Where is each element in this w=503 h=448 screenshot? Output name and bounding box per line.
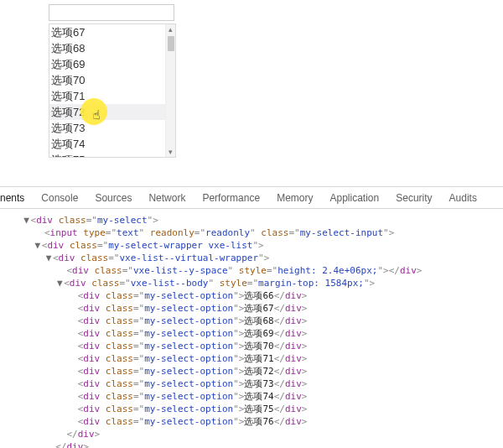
scrollbar-track[interactable]: ▴ ▾ <box>165 24 175 157</box>
dom-line[interactable]: ▼<div class="my-select"> <box>0 214 503 227</box>
app-top-region: 选项67选项68选项69选项70选项71选项72选项73选项74选项75 ▴ ▾… <box>0 0 503 186</box>
scroll-up-arrow-icon[interactable]: ▴ <box>166 24 175 34</box>
select-option[interactable]: 选项69 <box>49 56 175 72</box>
dropdown-list: 选项67选项68选项69选项70选项71选项72选项73选项74选项75 <box>49 24 175 157</box>
dom-line[interactable]: <div class="my-select-option">选项66</div> <box>0 289 503 302</box>
dom-line[interactable]: ▼<div class="vxe-list--virtual-wrapper"> <box>0 252 503 264</box>
devtools-tab-application[interactable]: Application <box>321 187 387 208</box>
devtools-tab-security[interactable]: Security <box>387 187 440 208</box>
devtools-tab-sources[interactable]: Sources <box>86 187 140 208</box>
dom-line[interactable]: <div class="my-select-option">选项71</div> <box>0 352 503 365</box>
select-option[interactable]: 选项67 <box>49 24 175 40</box>
select-option[interactable]: 选项72 <box>49 104 175 120</box>
select-option[interactable]: 选项71 <box>49 88 175 104</box>
select-option[interactable]: 选项68 <box>49 40 175 56</box>
dom-line[interactable]: <div class="vxe-list--y-space" style="he… <box>0 264 503 277</box>
dom-line[interactable]: <div class="my-select-option">选项76</div> <box>0 415 503 428</box>
scrollbar-thumb[interactable] <box>168 36 174 51</box>
devtools-tab-memory[interactable]: Memory <box>268 187 321 208</box>
dom-line[interactable]: <div class="my-select-option">选项68</div> <box>0 315 503 327</box>
select-option[interactable]: 选项74 <box>49 136 175 152</box>
select-option[interactable]: 选项73 <box>49 120 175 136</box>
dom-line[interactable]: </div> <box>0 428 503 440</box>
scroll-down-arrow-icon[interactable]: ▾ <box>166 147 175 157</box>
devtools-tabs: nentsConsoleSourcesNetworkPerformanceMem… <box>0 187 503 209</box>
dom-line[interactable]: <div class="my-select-option">选项74</div> <box>0 390 503 403</box>
dom-line[interactable]: <input type="text" readonly="readonly" c… <box>0 227 503 239</box>
dom-line[interactable]: ▼<div class="vxe-list--body" style="marg… <box>0 277 503 289</box>
dom-line[interactable]: <div class="my-select-option">选项73</div> <box>0 378 503 390</box>
devtools-tab-audits[interactable]: Audits <box>441 187 485 208</box>
devtools-tab-console[interactable]: Console <box>33 187 86 208</box>
dom-line[interactable]: <div class="my-select-option">选项75</div> <box>0 403 503 415</box>
dom-line[interactable]: <div class="my-select-option">选项69</div> <box>0 327 503 340</box>
select-dropdown: 选项67选项68选项69选项70选项71选项72选项73选项74选项75 ▴ ▾ <box>49 23 176 158</box>
elements-dom-tree[interactable]: ▼<div class="my-select"> <input type="te… <box>0 209 503 448</box>
dom-line[interactable]: ▼<div class="my-select-wrapper vxe-list"… <box>0 239 503 252</box>
devtools-tab-performance[interactable]: Performance <box>194 187 268 208</box>
dom-line[interactable]: <div class="my-select-option">选项70</div> <box>0 340 503 352</box>
dom-line[interactable]: </div> <box>0 440 503 448</box>
select-option[interactable]: 选项70 <box>49 72 175 88</box>
devtools-tab-nents[interactable]: nents <box>0 187 33 208</box>
dom-line[interactable]: <div class="my-select-option">选项67</div> <box>0 302 503 315</box>
devtools-tab-network[interactable]: Network <box>140 187 194 208</box>
devtools-panel: nentsConsoleSourcesNetworkPerformanceMem… <box>0 186 503 448</box>
select-option[interactable]: 选项75 <box>49 152 175 158</box>
dom-line[interactable]: <div class="my-select-option">选项72</div> <box>0 365 503 378</box>
select-input[interactable] <box>49 4 174 21</box>
